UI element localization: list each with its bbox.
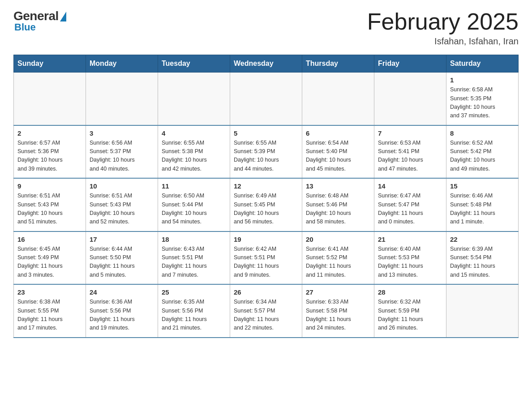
calendar-cell: 16Sunrise: 6:45 AM Sunset: 5:49 PM Dayli…: [14, 231, 86, 285]
day-info: Sunrise: 6:45 AM Sunset: 5:49 PM Dayligh…: [17, 245, 82, 280]
calendar-cell: [14, 73, 86, 125]
day-number: 4: [162, 129, 226, 137]
calendar-cell: 1Sunrise: 6:58 AM Sunset: 5:35 PM Daylig…: [446, 73, 519, 125]
day-info: Sunrise: 6:49 AM Sunset: 5:45 PM Dayligh…: [234, 192, 298, 227]
day-number: 27: [306, 288, 370, 296]
day-info: Sunrise: 6:51 AM Sunset: 5:43 PM Dayligh…: [17, 192, 82, 227]
calendar-week-row: 9Sunrise: 6:51 AM Sunset: 5:43 PM Daylig…: [14, 178, 519, 231]
calendar-week-row: 1Sunrise: 6:58 AM Sunset: 5:35 PM Daylig…: [14, 73, 519, 125]
calendar-table: SundayMondayTuesdayWednesdayThursdayFrid…: [13, 55, 519, 338]
calendar-cell: 12Sunrise: 6:49 AM Sunset: 5:45 PM Dayli…: [230, 178, 302, 231]
day-info: Sunrise: 6:36 AM Sunset: 5:56 PM Dayligh…: [90, 298, 154, 333]
day-number: 19: [234, 235, 298, 243]
day-number: 1: [450, 76, 515, 84]
calendar-cell: 11Sunrise: 6:50 AM Sunset: 5:44 PM Dayli…: [158, 178, 230, 231]
day-number: 20: [306, 235, 370, 243]
day-number: 21: [378, 235, 442, 243]
calendar-cell: 23Sunrise: 6:38 AM Sunset: 5:55 PM Dayli…: [14, 284, 86, 338]
day-number: 14: [378, 182, 442, 190]
day-info: Sunrise: 6:53 AM Sunset: 5:41 PM Dayligh…: [378, 139, 442, 174]
weekday-header-sunday: Sunday: [14, 55, 86, 73]
day-number: 7: [378, 129, 442, 137]
calendar-cell: 19Sunrise: 6:42 AM Sunset: 5:51 PM Dayli…: [230, 231, 302, 285]
day-info: Sunrise: 6:51 AM Sunset: 5:43 PM Dayligh…: [90, 192, 154, 227]
day-number: 18: [162, 235, 226, 243]
logo-blue-text: Blue: [14, 21, 36, 33]
location-subtitle: Isfahan, Isfahan, Iran: [367, 36, 519, 47]
day-info: Sunrise: 6:57 AM Sunset: 5:36 PM Dayligh…: [17, 139, 82, 174]
day-number: 28: [378, 288, 442, 296]
day-info: Sunrise: 6:43 AM Sunset: 5:51 PM Dayligh…: [162, 245, 226, 280]
weekday-header-row: SundayMondayTuesdayWednesdayThursdayFrid…: [14, 55, 519, 73]
logo: General Blue: [13, 9, 66, 33]
calendar-cell: 14Sunrise: 6:47 AM Sunset: 5:47 PM Dayli…: [374, 178, 446, 231]
day-info: Sunrise: 6:58 AM Sunset: 5:35 PM Dayligh…: [450, 86, 515, 120]
calendar-week-row: 16Sunrise: 6:45 AM Sunset: 5:49 PM Dayli…: [14, 231, 519, 285]
day-number: 6: [306, 129, 370, 137]
day-info: Sunrise: 6:52 AM Sunset: 5:42 PM Dayligh…: [450, 139, 515, 174]
day-info: Sunrise: 6:55 AM Sunset: 5:38 PM Dayligh…: [162, 139, 226, 174]
day-number: 16: [17, 235, 82, 243]
day-info: Sunrise: 6:44 AM Sunset: 5:50 PM Dayligh…: [90, 245, 154, 280]
calendar-cell: [374, 73, 446, 125]
day-info: Sunrise: 6:38 AM Sunset: 5:55 PM Dayligh…: [17, 298, 82, 333]
calendar-cell: 10Sunrise: 6:51 AM Sunset: 5:43 PM Dayli…: [86, 178, 158, 231]
day-info: Sunrise: 6:55 AM Sunset: 5:39 PM Dayligh…: [234, 139, 298, 174]
calendar-cell: 2Sunrise: 6:57 AM Sunset: 5:36 PM Daylig…: [14, 125, 86, 179]
calendar-cell: [230, 73, 302, 125]
weekday-header-thursday: Thursday: [302, 55, 374, 73]
day-info: Sunrise: 6:40 AM Sunset: 5:53 PM Dayligh…: [378, 245, 442, 280]
calendar-cell: [158, 73, 230, 125]
calendar-cell: 4Sunrise: 6:55 AM Sunset: 5:38 PM Daylig…: [158, 125, 230, 179]
day-number: 17: [90, 235, 154, 243]
calendar-cell: 26Sunrise: 6:34 AM Sunset: 5:57 PM Dayli…: [230, 284, 302, 338]
day-number: 12: [234, 182, 298, 190]
day-info: Sunrise: 6:32 AM Sunset: 5:59 PM Dayligh…: [378, 298, 442, 333]
calendar-cell: 18Sunrise: 6:43 AM Sunset: 5:51 PM Dayli…: [158, 231, 230, 285]
calendar-cell: 9Sunrise: 6:51 AM Sunset: 5:43 PM Daylig…: [14, 178, 86, 231]
calendar-week-row: 2Sunrise: 6:57 AM Sunset: 5:36 PM Daylig…: [14, 125, 519, 179]
day-info: Sunrise: 6:34 AM Sunset: 5:57 PM Dayligh…: [234, 298, 298, 333]
day-info: Sunrise: 6:54 AM Sunset: 5:40 PM Dayligh…: [306, 139, 370, 174]
day-info: Sunrise: 6:42 AM Sunset: 5:51 PM Dayligh…: [234, 245, 298, 280]
calendar-cell: 20Sunrise: 6:41 AM Sunset: 5:52 PM Dayli…: [302, 231, 374, 285]
weekday-header-wednesday: Wednesday: [230, 55, 302, 73]
calendar-cell: 27Sunrise: 6:33 AM Sunset: 5:58 PM Dayli…: [302, 284, 374, 338]
day-number: 3: [90, 129, 154, 137]
calendar-cell: [446, 284, 519, 338]
calendar-cell: 22Sunrise: 6:39 AM Sunset: 5:54 PM Dayli…: [446, 231, 519, 285]
day-info: Sunrise: 6:56 AM Sunset: 5:37 PM Dayligh…: [90, 139, 154, 174]
weekday-header-friday: Friday: [374, 55, 446, 73]
calendar-cell: 13Sunrise: 6:48 AM Sunset: 5:46 PM Dayli…: [302, 178, 374, 231]
day-info: Sunrise: 6:47 AM Sunset: 5:47 PM Dayligh…: [378, 192, 442, 227]
day-number: 9: [17, 182, 82, 190]
calendar-week-row: 23Sunrise: 6:38 AM Sunset: 5:55 PM Dayli…: [14, 284, 519, 338]
calendar-cell: 3Sunrise: 6:56 AM Sunset: 5:37 PM Daylig…: [86, 125, 158, 179]
day-number: 23: [17, 288, 82, 296]
day-number: 2: [17, 129, 82, 137]
day-info: Sunrise: 6:41 AM Sunset: 5:52 PM Dayligh…: [306, 245, 370, 280]
weekday-header-monday: Monday: [86, 55, 158, 73]
calendar-cell: [86, 73, 158, 125]
day-info: Sunrise: 6:46 AM Sunset: 5:48 PM Dayligh…: [450, 192, 515, 227]
calendar-cell: 28Sunrise: 6:32 AM Sunset: 5:59 PM Dayli…: [374, 284, 446, 338]
weekday-header-tuesday: Tuesday: [158, 55, 230, 73]
day-number: 5: [234, 129, 298, 137]
calendar-cell: 25Sunrise: 6:35 AM Sunset: 5:56 PM Dayli…: [158, 284, 230, 338]
page-title: February 2025: [367, 9, 519, 34]
page-header: General Blue February 2025 Isfahan, Isfa…: [13, 9, 519, 47]
day-info: Sunrise: 6:50 AM Sunset: 5:44 PM Dayligh…: [162, 192, 226, 227]
day-info: Sunrise: 6:39 AM Sunset: 5:54 PM Dayligh…: [450, 245, 515, 280]
day-number: 11: [162, 182, 226, 190]
calendar-cell: 8Sunrise: 6:52 AM Sunset: 5:42 PM Daylig…: [446, 125, 519, 179]
day-number: 8: [450, 129, 515, 137]
calendar-cell: 21Sunrise: 6:40 AM Sunset: 5:53 PM Dayli…: [374, 231, 446, 285]
day-info: Sunrise: 6:33 AM Sunset: 5:58 PM Dayligh…: [306, 298, 370, 333]
day-number: 24: [90, 288, 154, 296]
title-area: February 2025 Isfahan, Isfahan, Iran: [367, 9, 519, 47]
calendar-cell: 24Sunrise: 6:36 AM Sunset: 5:56 PM Dayli…: [86, 284, 158, 338]
day-number: 22: [450, 235, 515, 243]
calendar-cell: 5Sunrise: 6:55 AM Sunset: 5:39 PM Daylig…: [230, 125, 302, 179]
day-number: 13: [306, 182, 370, 190]
day-number: 10: [90, 182, 154, 190]
